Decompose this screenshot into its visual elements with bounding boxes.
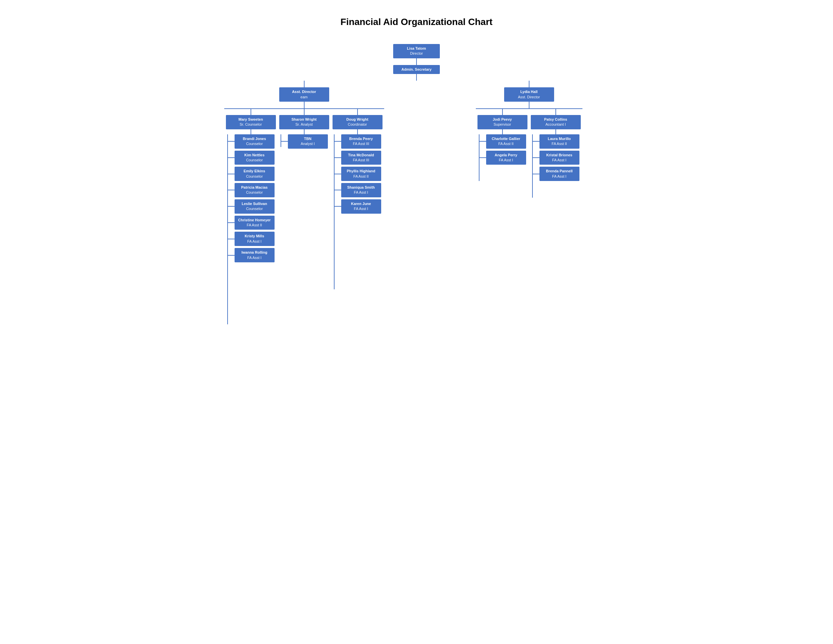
leslie-sullivan-box: Leslie Sullivan Counselor <box>235 199 275 214</box>
christine-homeyer-box: Christine Homeyer FA Asst II <box>235 216 275 230</box>
admin-secretary-box: Admin. Secretary <box>393 65 440 74</box>
tina-mcdonald-box: Tina McDonald FA Asst III <box>341 151 381 165</box>
line-director-admin <box>416 58 417 65</box>
laura-murillo-box: Laura Murillo FA Asst II <box>539 134 579 149</box>
tbn-box: TBN Analyst I <box>288 134 328 149</box>
page-title: Financial Aid Organizational Chart <box>6 17 827 27</box>
asst-director-left-box: Asst. Director eam <box>279 87 329 101</box>
charlotte-gallier-box: Charlotte Gallier FA Asst II <box>486 134 526 149</box>
karen-june-box: Karen June FA Asst I <box>341 199 381 214</box>
iwanna-rolling-box: Iwanna Rolling FA Asst I <box>235 248 275 262</box>
emily-elkins-box: Emily Elkins Counselor <box>235 167 275 181</box>
patricia-macias-box: Patricia Macias Counselor <box>235 183 275 197</box>
angela-perry-box: Angela Perry FA Asst I <box>486 151 526 165</box>
kristal-briones-box: Kristal Briones FA Asst I <box>539 151 579 165</box>
phyllis-highland-box: Phyllis Highland FA Asst II <box>341 167 381 181</box>
doug-wright-box: Doug Wright Coordinator <box>333 115 383 129</box>
sharon-wright-box: Sharon Wright Sr. Analyst <box>279 115 329 129</box>
asst-director-right-box: Lydia Hall Asst. Director <box>504 87 554 101</box>
org-chart: Lisa Tatom Director Admin. Secretary <box>191 44 642 324</box>
shaniqua-smith-box: Shaniqua Smith FA Asst I <box>341 183 381 197</box>
director-box: Lisa Tatom Director <box>393 44 440 58</box>
brenda-peery-box: Brenda Peery FA Asst III <box>341 134 381 149</box>
brandi-jones-box: Brandi Jones Counselor <box>235 134 275 149</box>
patsy-collins-box: Patsy Collins Accountant I <box>531 115 581 129</box>
brenda-pannell-box: Brenda Pannell FA Asst I <box>539 167 579 181</box>
kim-nettles-box: Kim Nettles Counselor <box>235 151 275 165</box>
jodi-peevy-box: Jodi Peevy Supervisor <box>478 115 527 129</box>
kristy-mills-box: Kristy Mills FA Asst I <box>235 232 275 246</box>
mary-sweeten-box: Mary Sweeten Sr. Counselor <box>226 115 276 129</box>
line-admin-level2 <box>416 74 417 80</box>
